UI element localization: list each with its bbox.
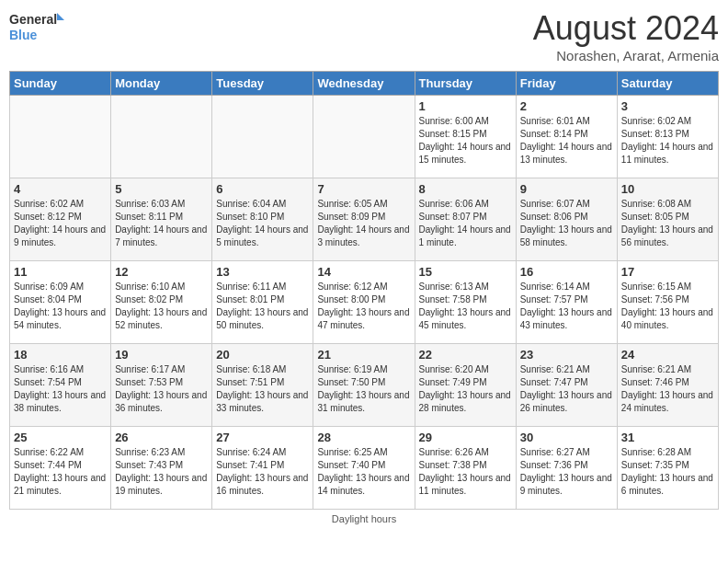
day-number: 20 [216,348,309,362]
day-info: Sunrise: 6:22 AM Sunset: 7:44 PM Dayligh… [14,446,107,498]
day-cell: 11Sunrise: 6:09 AM Sunset: 8:04 PM Dayli… [10,261,111,344]
day-cell: 30Sunrise: 6:27 AM Sunset: 7:36 PM Dayli… [516,427,617,510]
day-info: Sunrise: 6:07 AM Sunset: 8:06 PM Dayligh… [520,198,613,249]
day-cell [111,96,212,178]
day-number: 12 [115,265,208,279]
day-info: Sunrise: 6:10 AM Sunset: 8:02 PM Dayligh… [115,281,208,332]
day-info: Sunrise: 6:05 AM Sunset: 8:09 PM Dayligh… [317,198,410,249]
day-number: 21 [317,348,410,362]
day-number: 25 [14,431,107,444]
day-info: Sunrise: 6:02 AM Sunset: 8:13 PM Dayligh… [621,115,714,167]
day-cell: 19Sunrise: 6:17 AM Sunset: 7:53 PM Dayli… [111,344,212,427]
title-area: August 2024 Norashen, Ararat, Armenia [533,9,719,63]
day-info: Sunrise: 6:27 AM Sunset: 7:36 PM Dayligh… [520,446,613,498]
header-wednesday: Wednesday [313,72,415,96]
logo: General Blue [9,9,64,44]
day-number: 13 [216,265,309,279]
day-info: Sunrise: 6:25 AM Sunset: 7:40 PM Dayligh… [317,446,410,498]
day-number: 5 [115,182,208,196]
day-info: Sunrise: 6:20 AM Sunset: 7:49 PM Dayligh… [419,363,512,415]
day-number: 8 [419,182,512,196]
day-number: 26 [115,431,208,444]
day-number: 24 [621,348,714,362]
footer-note: Daylight hours [9,513,719,524]
day-cell: 24Sunrise: 6:21 AM Sunset: 7:46 PM Dayli… [617,344,718,427]
day-number: 22 [419,348,512,362]
day-number: 9 [520,182,613,196]
day-number: 30 [520,431,613,444]
day-cell: 26Sunrise: 6:23 AM Sunset: 7:43 PM Dayli… [111,427,212,510]
subtitle: Norashen, Ararat, Armenia [533,48,719,63]
day-info: Sunrise: 6:08 AM Sunset: 8:05 PM Dayligh… [621,198,714,249]
day-cell: 6Sunrise: 6:04 AM Sunset: 8:10 PM Daylig… [212,178,313,261]
day-number: 29 [419,431,512,444]
day-info: Sunrise: 6:01 AM Sunset: 8:14 PM Dayligh… [520,115,613,167]
week-row-3: 11Sunrise: 6:09 AM Sunset: 8:04 PM Dayli… [10,261,719,344]
day-number: 2 [520,99,613,113]
day-cell: 21Sunrise: 6:19 AM Sunset: 7:50 PM Dayli… [313,344,415,427]
day-info: Sunrise: 6:21 AM Sunset: 7:46 PM Dayligh… [621,363,714,415]
day-cell: 25Sunrise: 6:22 AM Sunset: 7:44 PM Dayli… [10,427,111,510]
svg-text:General: General [9,12,57,27]
calendar-table: SundayMondayTuesdayWednesdayThursdayFrid… [9,71,719,510]
day-number: 4 [14,182,107,196]
day-number: 17 [621,265,714,279]
svg-marker-2 [57,13,64,20]
day-cell: 22Sunrise: 6:20 AM Sunset: 7:49 PM Dayli… [415,344,516,427]
week-row-2: 4Sunrise: 6:02 AM Sunset: 8:12 PM Daylig… [10,178,719,261]
svg-text:Blue: Blue [9,28,38,42]
day-info: Sunrise: 6:18 AM Sunset: 7:51 PM Dayligh… [216,363,309,415]
day-cell: 4Sunrise: 6:02 AM Sunset: 8:12 PM Daylig… [10,178,111,261]
day-cell: 28Sunrise: 6:25 AM Sunset: 7:40 PM Dayli… [313,427,415,510]
day-number: 18 [14,348,107,362]
header-tuesday: Tuesday [212,72,313,96]
day-cell: 3Sunrise: 6:02 AM Sunset: 8:13 PM Daylig… [617,96,718,178]
day-cell: 23Sunrise: 6:21 AM Sunset: 7:47 PM Dayli… [516,344,617,427]
week-row-1: 1Sunrise: 6:00 AM Sunset: 8:15 PM Daylig… [10,96,719,178]
day-info: Sunrise: 6:14 AM Sunset: 7:57 PM Dayligh… [520,281,613,332]
day-cell: 8Sunrise: 6:06 AM Sunset: 8:07 PM Daylig… [415,178,516,261]
day-number: 3 [621,99,714,113]
day-info: Sunrise: 6:19 AM Sunset: 7:50 PM Dayligh… [317,363,410,415]
day-cell: 12Sunrise: 6:10 AM Sunset: 8:02 PM Dayli… [111,261,212,344]
day-info: Sunrise: 6:11 AM Sunset: 8:01 PM Dayligh… [216,281,309,332]
day-info: Sunrise: 6:23 AM Sunset: 7:43 PM Dayligh… [115,446,208,498]
day-number: 1 [419,99,512,113]
month-title: August 2024 [533,9,719,48]
day-info: Sunrise: 6:28 AM Sunset: 7:35 PM Dayligh… [621,446,714,498]
day-cell: 10Sunrise: 6:08 AM Sunset: 8:05 PM Dayli… [617,178,718,261]
logo-svg: General Blue [9,9,64,44]
day-info: Sunrise: 6:04 AM Sunset: 8:10 PM Dayligh… [216,198,309,249]
day-cell [10,96,111,178]
day-info: Sunrise: 6:26 AM Sunset: 7:38 PM Dayligh… [419,446,512,498]
day-cell: 13Sunrise: 6:11 AM Sunset: 8:01 PM Dayli… [212,261,313,344]
week-row-4: 18Sunrise: 6:16 AM Sunset: 7:54 PM Dayli… [10,344,719,427]
day-cell [313,96,415,178]
day-number: 23 [520,348,613,362]
header-sunday: Sunday [10,72,111,96]
header: General Blue August 2024 Norashen, Arara… [9,9,719,63]
day-cell: 9Sunrise: 6:07 AM Sunset: 8:06 PM Daylig… [516,178,617,261]
day-info: Sunrise: 6:06 AM Sunset: 8:07 PM Dayligh… [419,198,512,249]
week-row-5: 25Sunrise: 6:22 AM Sunset: 7:44 PM Dayli… [10,427,719,510]
day-cell: 18Sunrise: 6:16 AM Sunset: 7:54 PM Dayli… [10,344,111,427]
day-number: 11 [14,265,107,279]
header-saturday: Saturday [617,72,718,96]
day-cell: 7Sunrise: 6:05 AM Sunset: 8:09 PM Daylig… [313,178,415,261]
day-number: 6 [216,182,309,196]
day-number: 31 [621,431,714,444]
day-info: Sunrise: 6:21 AM Sunset: 7:47 PM Dayligh… [520,363,613,415]
day-cell: 27Sunrise: 6:24 AM Sunset: 7:41 PM Dayli… [212,427,313,510]
day-number: 7 [317,182,410,196]
day-cell: 16Sunrise: 6:14 AM Sunset: 7:57 PM Dayli… [516,261,617,344]
header-monday: Monday [111,72,212,96]
day-number: 15 [419,265,512,279]
day-cell: 14Sunrise: 6:12 AM Sunset: 8:00 PM Dayli… [313,261,415,344]
day-number: 27 [216,431,309,444]
header-thursday: Thursday [415,72,516,96]
day-number: 14 [317,265,410,279]
day-info: Sunrise: 6:17 AM Sunset: 7:53 PM Dayligh… [115,363,208,415]
day-cell: 1Sunrise: 6:00 AM Sunset: 8:15 PM Daylig… [415,96,516,178]
header-row: SundayMondayTuesdayWednesdayThursdayFrid… [10,72,719,96]
day-cell: 20Sunrise: 6:18 AM Sunset: 7:51 PM Dayli… [212,344,313,427]
